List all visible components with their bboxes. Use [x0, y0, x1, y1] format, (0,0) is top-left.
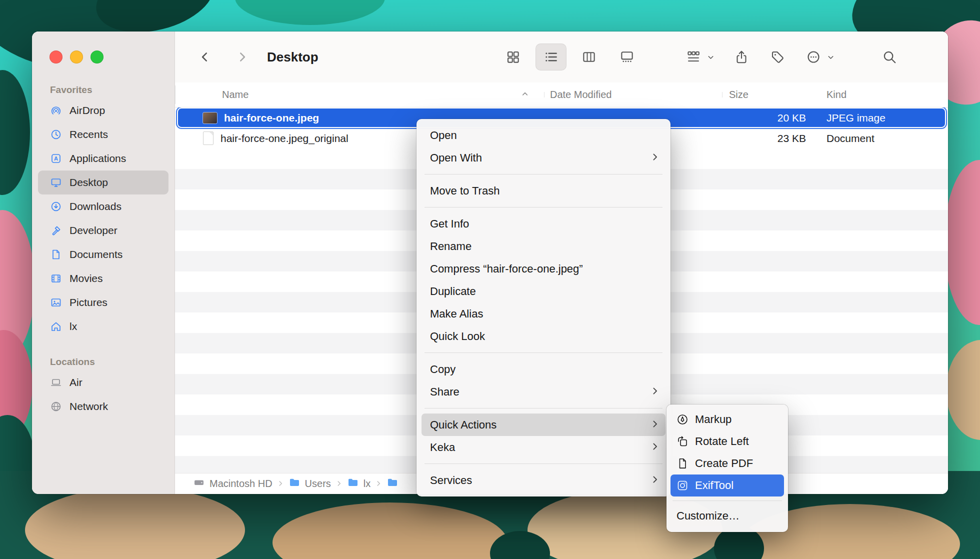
menu-item-label: Quick Look [430, 330, 660, 343]
wallpaper-shape [946, 340, 980, 440]
sidebar-item-downloads[interactable]: Downloads [38, 194, 168, 218]
back-button[interactable] [194, 46, 216, 68]
chevron-right-icon [375, 478, 382, 490]
column-header-kind[interactable]: Kind [820, 89, 948, 100]
list-view-button[interactable] [536, 44, 566, 70]
path-item[interactable]: Macintosh HD [210, 478, 272, 490]
submenu-item-customize[interactable]: Customize… [670, 505, 784, 527]
svg-text:A: A [54, 156, 58, 162]
share-button[interactable] [730, 44, 752, 70]
menu-separator [424, 352, 662, 353]
sidebar-item-label: AirDrop [70, 104, 105, 116]
file-kind: JPEG image [820, 112, 948, 124]
sidebar-item-label: Desktop [70, 176, 108, 188]
column-label: Size [729, 89, 748, 100]
sidebar-item-movies[interactable]: Movies [38, 266, 168, 290]
menu-item-compress[interactable]: Compress “hair-force-one.jpeg” [422, 258, 666, 280]
folder-icon [288, 476, 300, 491]
chevron-right-icon [650, 386, 660, 398]
menu-item-duplicate[interactable]: Duplicate [422, 280, 666, 302]
sidebar-list: Favorites AirDrop Recents A Applications… [38, 82, 168, 418]
sidebar-item-label: lx [70, 320, 77, 332]
submenu-item-exiftool[interactable]: ExifTool [670, 474, 784, 496]
chevron-down-icon[interactable] [704, 44, 716, 70]
sort-ascending-icon [521, 89, 529, 100]
column-header-size[interactable]: Size [722, 89, 820, 100]
menu-item-label: Open With [430, 152, 650, 164]
sidebar-item-developer[interactable]: Developer [38, 218, 168, 242]
menu-item-keka[interactable]: Keka [422, 436, 666, 458]
icon-view-button[interactable] [498, 44, 528, 70]
menu-item-get-info[interactable]: Get Info [422, 212, 666, 235]
sidebar: Favorites AirDrop Recents A Applications… [32, 32, 175, 494]
file-size: 23 KB [722, 132, 820, 144]
laptop-icon [50, 376, 62, 388]
sidebar-item-label: Movies [70, 272, 103, 284]
wallpaper-shape [0, 70, 30, 195]
column-label: Name [222, 89, 248, 100]
sidebar-item-pictures[interactable]: Pictures [38, 290, 168, 314]
sidebar-item-air[interactable]: Air [38, 370, 168, 394]
markup-icon [676, 414, 688, 426]
tags-button[interactable] [766, 44, 788, 70]
close-button[interactable] [50, 50, 62, 64]
menu-separator [424, 464, 662, 464]
hammer-icon [50, 224, 62, 236]
wallpaper-shape [944, 160, 980, 325]
search-button[interactable] [878, 44, 900, 70]
menu-item-quick-look[interactable]: Quick Look [422, 325, 666, 348]
menu-item-label: Duplicate [430, 285, 660, 298]
column-header-date-modified[interactable]: Date Modified [544, 89, 722, 100]
forward-button[interactable] [231, 46, 253, 68]
submenu-item-label: Markup [695, 413, 732, 426]
minimize-button[interactable] [70, 50, 83, 64]
submenu-item-rotate-left[interactable]: Rotate Left [670, 430, 784, 452]
gallery-view-button[interactable] [612, 44, 642, 70]
sidebar-item-label: Downloads [70, 200, 122, 212]
desktop-icon [50, 176, 62, 188]
path-item[interactable]: Users [305, 478, 331, 490]
column-view-button[interactable] [574, 44, 604, 70]
sidebar-item-label: Pictures [70, 296, 108, 308]
group-button[interactable] [682, 44, 704, 70]
chevron-down-icon[interactable] [824, 44, 836, 70]
menu-item-move-to-trash[interactable]: Move to Trash [422, 180, 666, 202]
sidebar-item-applications[interactable]: A Applications [38, 146, 168, 170]
window-title: Desktop [267, 50, 318, 65]
airdrop-icon [50, 104, 62, 116]
submenu-item-markup[interactable]: Markup [670, 408, 784, 430]
menu-item-copy[interactable]: Copy [422, 358, 666, 380]
sidebar-section-locations: Locations [38, 354, 168, 370]
menu-item-quick-actions[interactable]: Quick Actions [422, 414, 666, 436]
sidebar-item-airdrop[interactable]: AirDrop [38, 98, 168, 122]
menu-item-label: Make Alias [430, 308, 660, 320]
zoom-button[interactable] [90, 50, 104, 64]
sidebar-item-home[interactable]: lx [38, 314, 168, 338]
menu-item-label: Compress “hair-force-one.jpeg” [430, 262, 660, 276]
menu-item-services[interactable]: Services [422, 469, 666, 492]
globe-icon [50, 400, 62, 412]
sidebar-item-label: Air [70, 376, 82, 388]
file-size: 20 KB [722, 112, 820, 124]
submenu-item-create-pdf[interactable]: Create PDF [670, 452, 784, 474]
menu-item-share[interactable]: Share [422, 380, 666, 403]
column-header-name[interactable]: Name [175, 89, 544, 100]
film-icon [50, 272, 62, 284]
menu-item-rename[interactable]: Rename [422, 235, 666, 258]
file-kind: Document [820, 132, 948, 144]
chevron-right-icon [650, 474, 660, 487]
sidebar-item-recents[interactable]: Recents [38, 122, 168, 146]
sidebar-item-documents[interactable]: Documents [38, 242, 168, 266]
clock-icon [50, 128, 62, 140]
menu-item-make-alias[interactable]: Make Alias [422, 302, 666, 325]
menu-item-open-with[interactable]: Open With [422, 146, 666, 169]
sidebar-item-network[interactable]: Network [38, 394, 168, 418]
menu-separator [672, 500, 782, 501]
path-item[interactable]: lx [364, 478, 370, 490]
menu-item-label: Get Info [430, 218, 660, 230]
more-actions-button[interactable] [802, 44, 824, 70]
sidebar-item-desktop[interactable]: Desktop [38, 170, 168, 194]
submenu-item-label: Rotate Left [695, 435, 749, 448]
submenu-item-label: ExifTool [695, 479, 734, 492]
menu-item-open[interactable]: Open [422, 124, 666, 146]
